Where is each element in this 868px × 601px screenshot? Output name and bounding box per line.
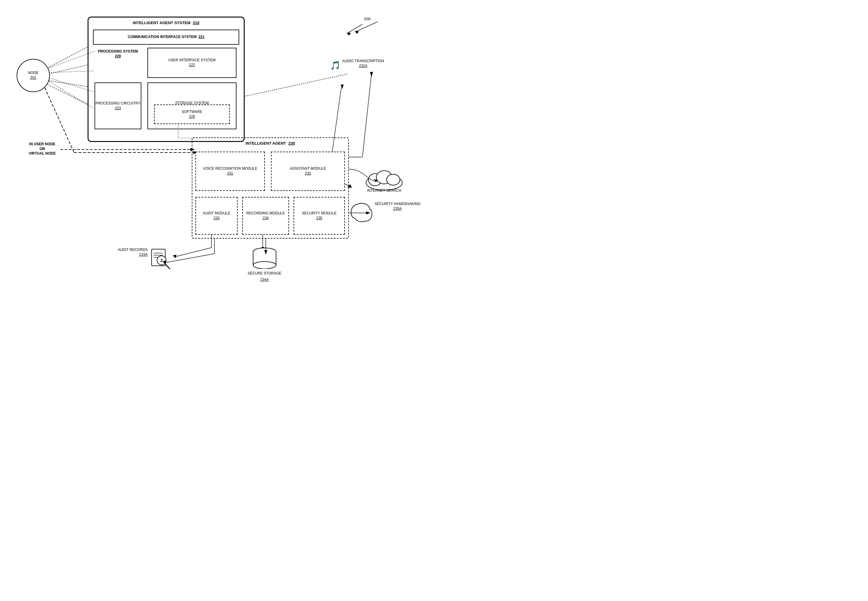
software-ref: 225 (189, 114, 195, 119)
recording-module-box: RECORDING MODULE 234 (242, 197, 289, 235)
intelligent-agent-ref: 230 (288, 141, 295, 146)
svg-line-3 (45, 83, 94, 107)
comm-interface-title: COMMUNICATION INTERFACE SYSTEM (128, 35, 197, 40)
intelligent-agent-system-ref: 210 (193, 21, 200, 26)
intelligent-agent-system-title: INTELLIGENT AGENT SYSTEM (133, 21, 191, 26)
recording-module-title: RECORDING MODULE (246, 211, 285, 216)
audit-records-area: AUDIT RECORDS 233A 2 (118, 248, 173, 270)
security-module-ref: 235 (316, 216, 322, 221)
storage-icon (251, 246, 278, 269)
svg-marker-60 (355, 31, 359, 34)
security-handshaking-ref: 235A (375, 207, 420, 211)
audio-transcription-label: AUDIO TRANSCRIPTION (342, 59, 384, 64)
security-handshaking-label: SECURITY HANDSHAKING (375, 202, 420, 207)
audit-records-ref: 233A (118, 252, 148, 257)
internet-search-label: INTERNET SEARCH (365, 188, 404, 193)
ref-200: 200 (364, 17, 371, 21)
svg-line-2 (45, 80, 94, 88)
processing-system-label: PROCESSING SYSTEM 220 (95, 49, 141, 59)
intelligent-agent-system-box: INTELLIGENT AGENT SYSTEM 210 COMMUNICATI… (88, 17, 245, 142)
security-module-title: SECURITY MODULE (302, 211, 336, 216)
svg-line-22 (347, 24, 362, 33)
svg-line-59 (356, 22, 378, 32)
assistant-module-title: ASSISTANT MODULE (290, 166, 326, 171)
recording-module-ref: 234 (262, 216, 268, 221)
svg-line-1 (45, 63, 94, 75)
svg-marker-50 (370, 72, 373, 77)
processing-circuitry-ref: 223 (115, 106, 121, 111)
svg-marker-21 (173, 255, 176, 258)
user-interface-ref: 222 (189, 63, 195, 68)
diagram: 200 INTELLIGENT AGENT SYSTEM 210 COMMUNI… (0, 0, 434, 300)
audio-transcription-ref: 232A (342, 64, 384, 69)
security-module-box: SECURITY MODULE 235 (294, 197, 345, 235)
assistant-module-ref: 232 (305, 171, 311, 176)
svg-line-20 (175, 248, 211, 257)
handshaking-icon (349, 202, 373, 223)
svg-text:2: 2 (160, 258, 163, 263)
secure-storage-ref: 234A (260, 278, 269, 282)
communication-interface-box: COMMUNICATION INTERFACE SYSTEM 221 (93, 30, 239, 45)
audit-icon: 2 (150, 248, 173, 270)
node-ref: 201 (30, 76, 36, 80)
voice-recognition-title: VOICE RECOGNITION MODULE (203, 166, 257, 171)
secure-storage-label: SECURE STORAGE (248, 271, 281, 276)
voice-recognition-ref: 231 (227, 171, 233, 176)
comm-interface-ref: 221 (198, 35, 204, 40)
intelligent-agent-title: INTELLIGENT AGENT (246, 141, 286, 146)
in-user-node-label: IN USER NODE OR VIRTUAL NODE (29, 142, 56, 156)
audit-module-title: AUDIT MODULE (203, 211, 230, 216)
user-interface-box: USER INTERFACE SYSTEM 222 (147, 48, 236, 78)
svg-point-27 (387, 174, 400, 185)
cloud-icon (365, 165, 404, 192)
node-circle: NODE 201 (17, 59, 50, 92)
processing-system-ref: 220 (115, 54, 121, 59)
internet-search-area: INTERNET SEARCH (365, 165, 404, 193)
svg-marker-23 (347, 33, 351, 36)
voice-recognition-box: VOICE RECOGNITION MODULE 231 (195, 152, 265, 191)
svg-marker-12 (341, 85, 344, 89)
svg-line-34 (165, 264, 170, 269)
storage-system-box: STORAGE SYSTEM 224 SOFTWARE 225 (147, 82, 236, 129)
node-label: NODE (28, 71, 39, 76)
software-title: SOFTWARE (182, 110, 202, 114)
processing-circuitry-title: PROCESSING CIRCUITRY (95, 101, 140, 106)
processing-circuitry-box: PROCESSING CIRCUITRY 223 (95, 82, 141, 129)
audit-module-ref: 233 (214, 216, 220, 221)
svg-point-39 (253, 262, 276, 269)
svg-line-49 (362, 74, 371, 157)
software-box: SOFTWARE 225 (154, 104, 230, 124)
audio-icon: 🎵 (330, 60, 341, 70)
audit-module-box: AUDIT MODULE 233 (195, 197, 238, 235)
assistant-module-box: ASSISTANT MODULE 232 (271, 152, 345, 191)
security-handshaking-area: SECURITY HANDSHAKING 235A (349, 202, 420, 223)
audit-records-label: AUDIT RECORDS (118, 248, 148, 252)
intelligent-agent-box: INTELLIGENT AGENT 230 VOICE RECOGNITION … (192, 137, 349, 239)
user-interface-title: USER INTERFACE SYSTEM (168, 58, 216, 63)
audio-transcription-area: 🎵 AUDIO TRANSCRIPTION 232A (330, 59, 384, 70)
secure-storage-area: SECURE STORAGE 234A (248, 246, 281, 282)
svg-line-0 (45, 44, 94, 69)
